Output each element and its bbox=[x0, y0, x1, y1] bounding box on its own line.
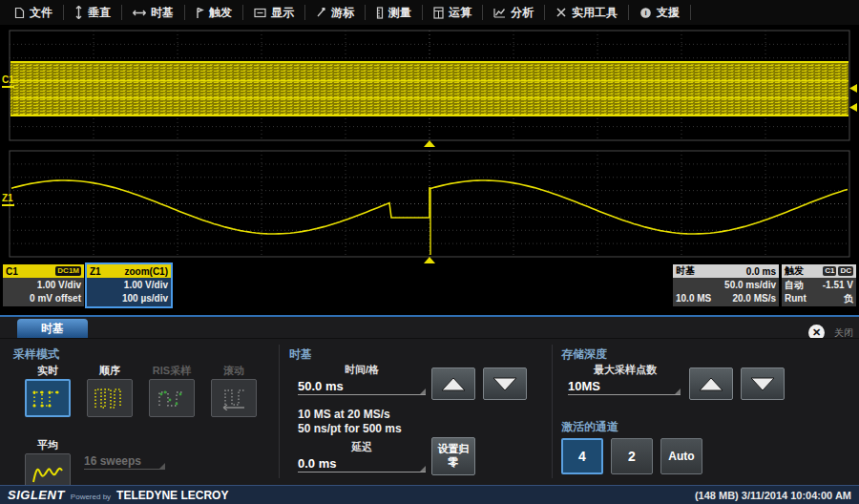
trigger-coupling-badge: DC bbox=[838, 266, 853, 276]
roll-waveform-icon bbox=[218, 386, 250, 410]
menu-math-label: 运算 bbox=[449, 5, 471, 21]
file-icon bbox=[14, 7, 25, 19]
menu-trigger[interactable]: 触发 bbox=[185, 0, 242, 25]
z1-descriptor-box[interactable]: Z1 zoom(C1) 1.00 V/div 100 µs/div bbox=[87, 264, 171, 306]
trigger-icon bbox=[196, 7, 204, 19]
menu-analysis[interactable]: 分析 bbox=[483, 0, 544, 25]
timebase-delay-value: 0.0 ms bbox=[746, 266, 776, 277]
z1-axis-label[interactable]: Z1 bbox=[2, 193, 14, 206]
analysis-icon bbox=[493, 8, 506, 18]
z1-tdiv: 100 µs/div bbox=[90, 292, 168, 305]
mode-roll-label: 滚动 bbox=[207, 364, 261, 377]
teledyne-lecroy-logo: TELEDYNE LECROY bbox=[116, 489, 228, 502]
memory-and-clock: (148 MB) 3/11/2014 10:04:00 AM bbox=[695, 490, 851, 501]
c1-coupling-badge: DC1M bbox=[55, 266, 81, 276]
time-per-div-label: 时间/格 bbox=[298, 363, 426, 377]
channels-2-button[interactable]: 2 bbox=[611, 438, 653, 474]
menu-timebase[interactable]: 时基 bbox=[122, 0, 184, 25]
max-points-field[interactable]: 10MS bbox=[568, 377, 681, 395]
menu-file-label: 文件 bbox=[30, 5, 52, 21]
timebase-up-button[interactable] bbox=[431, 368, 475, 400]
trigger-slope: 负 bbox=[844, 292, 853, 305]
sweeps-field[interactable]: 16 sweeps bbox=[84, 452, 165, 470]
menu-math[interactable]: 运算 bbox=[423, 0, 482, 25]
measure-icon bbox=[376, 7, 384, 19]
dropdown-corner-icon bbox=[675, 388, 681, 394]
trigger-box-label: 触发 bbox=[785, 264, 804, 278]
tab-timebase[interactable]: 时基 bbox=[17, 319, 88, 338]
max-points-value: 10MS bbox=[568, 379, 600, 393]
mode-sequence-button[interactable] bbox=[87, 379, 133, 417]
powered-by-label: Powered by bbox=[71, 493, 111, 501]
dropdown-corner-icon bbox=[159, 463, 165, 469]
sample-info-line2: 50 ns/pt for 500 ms bbox=[298, 422, 402, 435]
display-icon bbox=[254, 8, 266, 18]
section-divider bbox=[552, 345, 553, 478]
menu-cursors-label: 游标 bbox=[331, 5, 354, 21]
max-points-label: 最大采样点数 bbox=[568, 363, 682, 377]
mode-roll-button[interactable] bbox=[211, 379, 257, 417]
trigger-level: -1.51 V bbox=[823, 279, 853, 292]
timebase-rate: 20.0 MS/s bbox=[732, 292, 776, 305]
menu-file[interactable]: 文件 bbox=[4, 0, 63, 25]
trigger-level-marker[interactable] bbox=[849, 103, 857, 112]
timebase-samples: 10.0 MS bbox=[676, 292, 711, 305]
time-per-div-field[interactable]: 50.0 ms bbox=[298, 377, 426, 395]
timebase-down-button[interactable] bbox=[483, 368, 527, 400]
math-icon bbox=[433, 7, 444, 19]
set-zero-button[interactable]: 设置归零 bbox=[431, 437, 475, 475]
down-arrow-icon bbox=[492, 377, 517, 391]
section-divider bbox=[279, 345, 280, 478]
channels-4-button[interactable]: 4 bbox=[561, 438, 603, 474]
menu-vertical-label: 垂直 bbox=[88, 5, 111, 21]
channels-auto-button[interactable]: Auto bbox=[660, 438, 702, 474]
delay-field[interactable]: 0.0 ms bbox=[298, 454, 426, 472]
menu-measure[interactable]: 测量 bbox=[366, 0, 422, 25]
trigger-descriptor-box[interactable]: 触发 C1 DC 自动 -1.51 V Runt 负 bbox=[782, 264, 856, 306]
realtime-waveform-icon bbox=[31, 386, 64, 410]
time-per-div-value: 50.0 ms bbox=[298, 379, 344, 393]
menu-utilities[interactable]: 实用工具 bbox=[545, 0, 628, 25]
oscilloscope-screen: 文件 垂直 时基 触发 显示 游标 测量 运算 bbox=[0, 0, 859, 504]
timebase-tdiv: 50.0 ms/div bbox=[676, 279, 776, 292]
menu-bar: 文件 垂直 时基 触发 显示 游标 测量 运算 bbox=[0, 0, 859, 25]
c1-trace-band bbox=[10, 61, 849, 116]
mode-ris-label: RIS采样 bbox=[145, 364, 199, 377]
c1-offset: 0 mV offset bbox=[6, 292, 81, 305]
support-icon: i bbox=[639, 7, 652, 19]
dropdown-corner-icon bbox=[420, 388, 426, 394]
trigger-source-badge: C1 bbox=[823, 266, 836, 276]
menu-display-label: 显示 bbox=[271, 5, 294, 21]
average-waveform-icon bbox=[31, 459, 65, 486]
menu-vertical[interactable]: 垂直 bbox=[64, 0, 121, 25]
sample-info-line1: 10 MS at 20 MS/s bbox=[298, 408, 390, 421]
menu-display[interactable]: 显示 bbox=[243, 0, 304, 25]
menu-support[interactable]: i 支援 bbox=[629, 0, 690, 25]
memory-down-button[interactable] bbox=[741, 368, 785, 400]
c1-descriptor-box[interactable]: C1 DC1M 1.00 V/div 0 mV offset bbox=[3, 264, 84, 306]
menu-timebase-label: 时基 bbox=[151, 5, 174, 21]
mode-ris-button[interactable] bbox=[149, 379, 195, 417]
menu-trigger-label: 触发 bbox=[209, 5, 232, 21]
zoom-trigger-position-marker[interactable] bbox=[424, 257, 435, 263]
menu-support-label: 支援 bbox=[657, 5, 680, 21]
down-arrow-icon bbox=[750, 377, 775, 391]
c1-axis-label[interactable]: C1 bbox=[2, 74, 14, 88]
status-bar: SIGLENT Powered by TELEDYNE LECROY (148 … bbox=[0, 485, 859, 504]
z1-vdiv: 1.00 V/div bbox=[90, 279, 168, 292]
memory-depth-title: 存储深度 bbox=[561, 346, 607, 363]
brand-logos: SIGLENT Powered by TELEDYNE LECROY bbox=[8, 488, 228, 502]
sequence-waveform-icon bbox=[94, 386, 126, 410]
ris-waveform-icon bbox=[156, 386, 188, 410]
c1-offset-marker[interactable] bbox=[849, 84, 857, 93]
menu-cursors[interactable]: 游标 bbox=[305, 0, 365, 25]
timebase-dialog: 时基 ✕ 关闭 采样模式 实时 bbox=[0, 315, 859, 485]
scope-graticule bbox=[0, 25, 859, 263]
timebase-descriptor-box[interactable]: 时基 0.0 ms 50.0 ms/div 10.0 MS 20.0 MS/s bbox=[673, 264, 779, 306]
memory-up-button[interactable] bbox=[689, 368, 733, 400]
up-arrow-icon bbox=[441, 377, 466, 391]
trigger-position-marker[interactable] bbox=[424, 140, 435, 147]
waveform-display: C1 Z1 C1 DC1M 1.00 V/div 0 mV offset Z1 … bbox=[0, 25, 859, 315]
mode-realtime-button[interactable] bbox=[25, 379, 71, 417]
mode-sequence-label: 顺序 bbox=[83, 364, 136, 377]
